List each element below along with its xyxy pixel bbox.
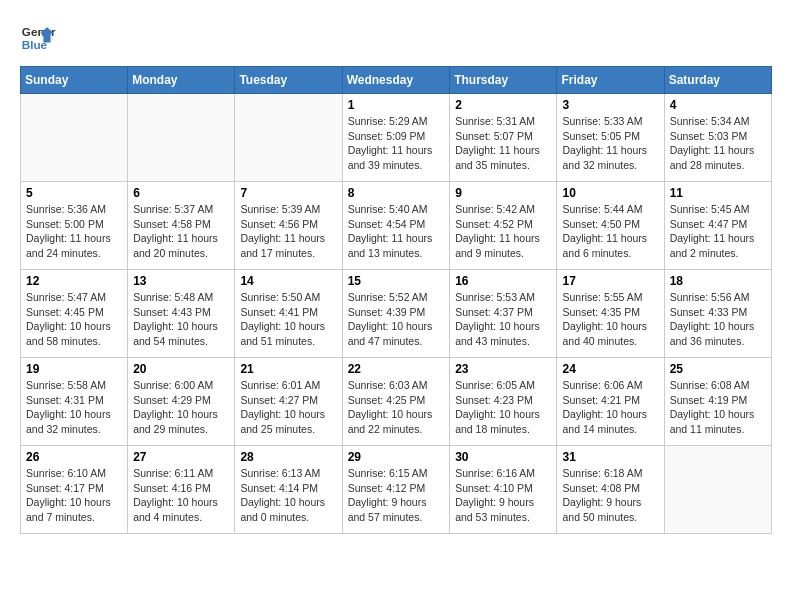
calendar-cell: 19Sunrise: 5:58 AM Sunset: 4:31 PM Dayli…	[21, 358, 128, 446]
calendar-cell: 25Sunrise: 6:08 AM Sunset: 4:19 PM Dayli…	[664, 358, 771, 446]
day-info: Sunrise: 5:34 AM Sunset: 5:03 PM Dayligh…	[670, 114, 766, 173]
day-info: Sunrise: 6:08 AM Sunset: 4:19 PM Dayligh…	[670, 378, 766, 437]
calendar-cell: 15Sunrise: 5:52 AM Sunset: 4:39 PM Dayli…	[342, 270, 450, 358]
calendar-cell: 9Sunrise: 5:42 AM Sunset: 4:52 PM Daylig…	[450, 182, 557, 270]
day-info: Sunrise: 5:53 AM Sunset: 4:37 PM Dayligh…	[455, 290, 551, 349]
calendar-cell: 12Sunrise: 5:47 AM Sunset: 4:45 PM Dayli…	[21, 270, 128, 358]
calendar-cell: 4Sunrise: 5:34 AM Sunset: 5:03 PM Daylig…	[664, 94, 771, 182]
day-info: Sunrise: 5:50 AM Sunset: 4:41 PM Dayligh…	[240, 290, 336, 349]
day-number: 16	[455, 274, 551, 288]
day-info: Sunrise: 5:58 AM Sunset: 4:31 PM Dayligh…	[26, 378, 122, 437]
day-number: 10	[562, 186, 658, 200]
calendar-cell: 27Sunrise: 6:11 AM Sunset: 4:16 PM Dayli…	[128, 446, 235, 534]
day-info: Sunrise: 5:36 AM Sunset: 5:00 PM Dayligh…	[26, 202, 122, 261]
week-row-2: 5Sunrise: 5:36 AM Sunset: 5:00 PM Daylig…	[21, 182, 772, 270]
calendar-cell: 26Sunrise: 6:10 AM Sunset: 4:17 PM Dayli…	[21, 446, 128, 534]
day-info: Sunrise: 5:55 AM Sunset: 4:35 PM Dayligh…	[562, 290, 658, 349]
calendar-cell: 1Sunrise: 5:29 AM Sunset: 5:09 PM Daylig…	[342, 94, 450, 182]
calendar-cell: 20Sunrise: 6:00 AM Sunset: 4:29 PM Dayli…	[128, 358, 235, 446]
week-row-4: 19Sunrise: 5:58 AM Sunset: 4:31 PM Dayli…	[21, 358, 772, 446]
weekday-header-monday: Monday	[128, 67, 235, 94]
calendar-cell: 16Sunrise: 5:53 AM Sunset: 4:37 PM Dayli…	[450, 270, 557, 358]
logo: General Blue	[20, 20, 56, 56]
day-number: 1	[348, 98, 445, 112]
weekday-header-friday: Friday	[557, 67, 664, 94]
calendar-cell: 18Sunrise: 5:56 AM Sunset: 4:33 PM Dayli…	[664, 270, 771, 358]
week-row-1: 1Sunrise: 5:29 AM Sunset: 5:09 PM Daylig…	[21, 94, 772, 182]
day-number: 31	[562, 450, 658, 464]
day-number: 22	[348, 362, 445, 376]
day-info: Sunrise: 6:11 AM Sunset: 4:16 PM Dayligh…	[133, 466, 229, 525]
logo-icon: General Blue	[20, 20, 56, 56]
calendar-cell: 23Sunrise: 6:05 AM Sunset: 4:23 PM Dayli…	[450, 358, 557, 446]
day-number: 20	[133, 362, 229, 376]
day-info: Sunrise: 6:18 AM Sunset: 4:08 PM Dayligh…	[562, 466, 658, 525]
day-number: 13	[133, 274, 229, 288]
day-info: Sunrise: 5:29 AM Sunset: 5:09 PM Dayligh…	[348, 114, 445, 173]
day-number: 2	[455, 98, 551, 112]
day-number: 28	[240, 450, 336, 464]
calendar-cell: 10Sunrise: 5:44 AM Sunset: 4:50 PM Dayli…	[557, 182, 664, 270]
day-info: Sunrise: 6:00 AM Sunset: 4:29 PM Dayligh…	[133, 378, 229, 437]
day-info: Sunrise: 5:56 AM Sunset: 4:33 PM Dayligh…	[670, 290, 766, 349]
calendar-cell	[21, 94, 128, 182]
weekday-header-sunday: Sunday	[21, 67, 128, 94]
day-info: Sunrise: 6:05 AM Sunset: 4:23 PM Dayligh…	[455, 378, 551, 437]
day-info: Sunrise: 6:01 AM Sunset: 4:27 PM Dayligh…	[240, 378, 336, 437]
day-info: Sunrise: 5:40 AM Sunset: 4:54 PM Dayligh…	[348, 202, 445, 261]
day-info: Sunrise: 6:03 AM Sunset: 4:25 PM Dayligh…	[348, 378, 445, 437]
day-number: 3	[562, 98, 658, 112]
day-number: 23	[455, 362, 551, 376]
day-info: Sunrise: 6:13 AM Sunset: 4:14 PM Dayligh…	[240, 466, 336, 525]
calendar-cell: 8Sunrise: 5:40 AM Sunset: 4:54 PM Daylig…	[342, 182, 450, 270]
week-row-5: 26Sunrise: 6:10 AM Sunset: 4:17 PM Dayli…	[21, 446, 772, 534]
calendar-cell: 3Sunrise: 5:33 AM Sunset: 5:05 PM Daylig…	[557, 94, 664, 182]
day-number: 8	[348, 186, 445, 200]
weekday-header-wednesday: Wednesday	[342, 67, 450, 94]
calendar-cell: 6Sunrise: 5:37 AM Sunset: 4:58 PM Daylig…	[128, 182, 235, 270]
day-number: 27	[133, 450, 229, 464]
day-number: 12	[26, 274, 122, 288]
day-info: Sunrise: 5:52 AM Sunset: 4:39 PM Dayligh…	[348, 290, 445, 349]
day-number: 21	[240, 362, 336, 376]
week-row-3: 12Sunrise: 5:47 AM Sunset: 4:45 PM Dayli…	[21, 270, 772, 358]
day-info: Sunrise: 5:45 AM Sunset: 4:47 PM Dayligh…	[670, 202, 766, 261]
day-number: 5	[26, 186, 122, 200]
calendar-cell: 5Sunrise: 5:36 AM Sunset: 5:00 PM Daylig…	[21, 182, 128, 270]
day-number: 15	[348, 274, 445, 288]
day-info: Sunrise: 5:37 AM Sunset: 4:58 PM Dayligh…	[133, 202, 229, 261]
day-number: 14	[240, 274, 336, 288]
calendar-table: SundayMondayTuesdayWednesdayThursdayFrid…	[20, 66, 772, 534]
calendar-cell: 13Sunrise: 5:48 AM Sunset: 4:43 PM Dayli…	[128, 270, 235, 358]
day-number: 7	[240, 186, 336, 200]
day-number: 19	[26, 362, 122, 376]
day-number: 17	[562, 274, 658, 288]
page-header: General Blue	[20, 20, 772, 56]
day-info: Sunrise: 5:47 AM Sunset: 4:45 PM Dayligh…	[26, 290, 122, 349]
calendar-cell: 30Sunrise: 6:16 AM Sunset: 4:10 PM Dayli…	[450, 446, 557, 534]
calendar-cell: 14Sunrise: 5:50 AM Sunset: 4:41 PM Dayli…	[235, 270, 342, 358]
calendar-cell: 11Sunrise: 5:45 AM Sunset: 4:47 PM Dayli…	[664, 182, 771, 270]
day-number: 24	[562, 362, 658, 376]
day-number: 18	[670, 274, 766, 288]
day-number: 26	[26, 450, 122, 464]
day-info: Sunrise: 6:15 AM Sunset: 4:12 PM Dayligh…	[348, 466, 445, 525]
calendar-cell	[664, 446, 771, 534]
day-info: Sunrise: 5:31 AM Sunset: 5:07 PM Dayligh…	[455, 114, 551, 173]
day-info: Sunrise: 5:48 AM Sunset: 4:43 PM Dayligh…	[133, 290, 229, 349]
calendar-cell: 2Sunrise: 5:31 AM Sunset: 5:07 PM Daylig…	[450, 94, 557, 182]
day-number: 25	[670, 362, 766, 376]
day-info: Sunrise: 6:06 AM Sunset: 4:21 PM Dayligh…	[562, 378, 658, 437]
calendar-cell: 22Sunrise: 6:03 AM Sunset: 4:25 PM Dayli…	[342, 358, 450, 446]
calendar-cell: 31Sunrise: 6:18 AM Sunset: 4:08 PM Dayli…	[557, 446, 664, 534]
calendar-cell	[128, 94, 235, 182]
day-number: 29	[348, 450, 445, 464]
calendar-cell: 17Sunrise: 5:55 AM Sunset: 4:35 PM Dayli…	[557, 270, 664, 358]
weekday-header-thursday: Thursday	[450, 67, 557, 94]
day-number: 11	[670, 186, 766, 200]
calendar-cell: 24Sunrise: 6:06 AM Sunset: 4:21 PM Dayli…	[557, 358, 664, 446]
weekday-header-tuesday: Tuesday	[235, 67, 342, 94]
calendar-cell: 7Sunrise: 5:39 AM Sunset: 4:56 PM Daylig…	[235, 182, 342, 270]
day-info: Sunrise: 5:44 AM Sunset: 4:50 PM Dayligh…	[562, 202, 658, 261]
day-info: Sunrise: 6:10 AM Sunset: 4:17 PM Dayligh…	[26, 466, 122, 525]
